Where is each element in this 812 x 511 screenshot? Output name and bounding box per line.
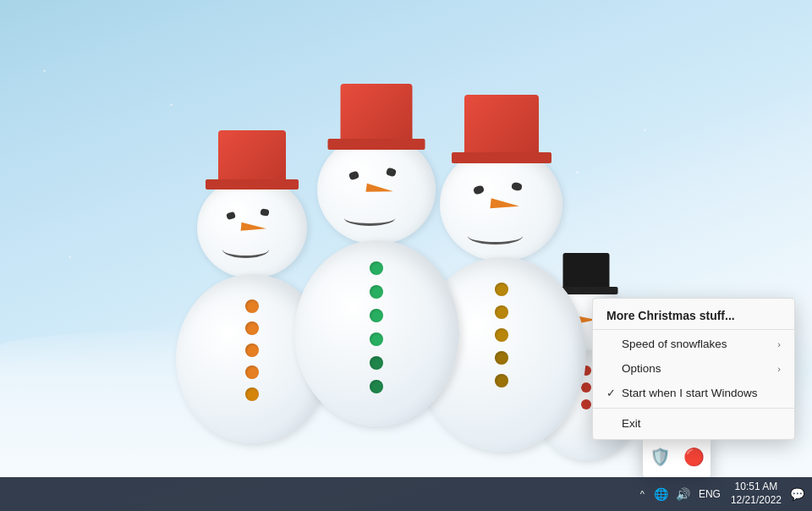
tray-expand-chevron[interactable]: ^ [637, 487, 648, 501]
snowman-middle-right-hat [452, 95, 551, 163]
tray-icon-volume[interactable]: 🔊 [675, 486, 692, 503]
menu-separator [593, 408, 794, 409]
taskbar-lang[interactable]: ENG [699, 488, 721, 500]
menu-item-options[interactable]: Options › [593, 356, 794, 381]
snowman-left-hat [206, 130, 299, 190]
menu-arrow-speed: › [777, 339, 781, 349]
menu-label-options: Options [622, 362, 771, 375]
menu-item-exit[interactable]: Exit [593, 411, 794, 436]
snowman-middle-left [294, 135, 459, 426]
menu-item-speed-snowflakes[interactable]: Speed of snowflakes › [593, 332, 794, 356]
snowflake-deco: ✦ [169, 102, 173, 107]
clock[interactable]: 10:51 AM 12/21/2022 [731, 481, 782, 507]
menu-header: More Christmas stuff... [593, 302, 794, 330]
taskbar: ^ 🌐 🔊 ENG 10:51 AM 12/21/2022 💬 [0, 477, 812, 511]
snowman-middle-left-body [294, 240, 459, 426]
menu-arrow-options: › [777, 364, 781, 374]
notification-icon[interactable]: 💬 [788, 486, 805, 503]
snowman-left-head [197, 177, 307, 278]
clock-date: 12/21/2022 [731, 494, 782, 508]
tray-icon-network[interactable]: 🌐 [653, 486, 670, 503]
snowman-middle-left-hat [328, 84, 425, 150]
menu-label-speed: Speed of snowflakes [622, 338, 771, 350]
taskbar-right: ^ 🌐 🔊 ENG 10:51 AM 12/21/2022 💬 [637, 481, 805, 507]
menu-label-exit: Exit [622, 417, 774, 430]
system-tray-popup: 🛡️ 🔴 [643, 437, 710, 477]
snowflake-deco: ✦ [42, 68, 47, 74]
clock-time: 10:51 AM [731, 481, 782, 494]
snowman-middle-left-head [317, 135, 436, 245]
tray-snowflake-icon[interactable]: 🔴 [677, 442, 710, 472]
tray-shield-icon[interactable]: 🛡️ [643, 442, 677, 472]
context-menu: More Christmas stuff... Speed of snowfla… [592, 298, 795, 440]
menu-check-start: ✓ [606, 387, 622, 399]
menu-item-start-windows[interactable]: ✓ Start when I start Windows [593, 381, 794, 405]
system-tray: ^ 🌐 🔊 [637, 486, 692, 503]
menu-label-start: Start when I start Windows [622, 387, 774, 399]
